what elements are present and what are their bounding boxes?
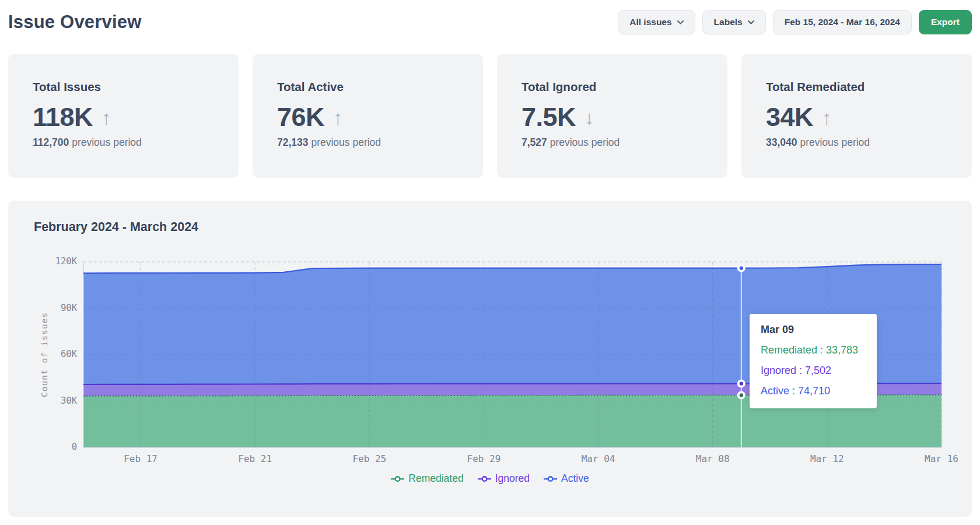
chevron-down-icon [748, 20, 754, 24]
stat-card-value: 34K [766, 102, 813, 132]
legend-item-remediated[interactable]: Remediated [391, 473, 463, 485]
x-tick-label: Feb 17 [114, 453, 167, 464]
legend-item-active[interactable]: Active [544, 473, 589, 485]
stat-card-value: 76K [277, 102, 324, 132]
legend-marker-icon [544, 475, 557, 482]
stat-card-total-remediated: Total Remediated 34K ↑ 33,040 previous p… [741, 54, 972, 178]
trend-up-icon: ↑ [333, 108, 343, 127]
stat-card-total-active: Total Active 76K ↑ 72,133 previous perio… [253, 54, 483, 178]
x-tick-label: Mar 12 [800, 453, 854, 464]
stat-card-title: Total Remediated [766, 80, 947, 94]
stat-card-previous: 112,700 previous period [33, 136, 214, 149]
trend-down-icon: ↓ [584, 108, 594, 127]
issue-overview-page: Issue Overview All issues Labels Feb 15,… [0, 0, 980, 525]
stat-card-title: Total Ignored [522, 80, 703, 94]
x-tick-label: Mar 16 [915, 453, 968, 464]
y-tick-label: 0 [35, 442, 77, 452]
all-issues-dropdown-label: All issues [629, 17, 671, 27]
tooltip-row: Active : 74,710 [761, 385, 866, 397]
stat-card-title: Total Active [277, 80, 459, 94]
legend-label: Active [561, 473, 589, 485]
stat-card-previous: 72,133 previous period [277, 136, 459, 149]
x-tick-label: Mar 04 [572, 453, 625, 464]
legend-marker-icon [478, 475, 491, 482]
stat-card-previous: 33,040 previous period [766, 136, 947, 149]
trend-up-icon: ↑ [102, 108, 111, 127]
chart-panel: February 2024 - March 2024 Count of issu… [8, 201, 972, 517]
y-tick-label: 60K [35, 349, 77, 359]
stat-cards-row: Total Issues 118K ↑ 112,700 previous per… [8, 54, 972, 178]
tooltip-row: Ignored : 7,502 [761, 365, 866, 377]
tooltip-row: Remediated : 33,783 [761, 344, 866, 356]
stat-card-total-issues: Total Issues 118K ↑ 112,700 previous per… [8, 54, 239, 178]
stat-card-title: Total Issues [33, 80, 214, 94]
y-tick-label: 120K [35, 256, 77, 267]
x-tick-label: Feb 29 [457, 453, 510, 464]
chart-title: February 2024 - March 2024 [34, 220, 198, 235]
topbar-controls: All issues Labels Feb 15, 2024 - Mar 16,… [618, 10, 972, 34]
chart-tooltip: Mar 09 Remediated : 33,783Ignored : 7,50… [750, 314, 877, 408]
stat-card-previous: 7,527 previous period [522, 136, 703, 149]
tooltip-date: Mar 09 [761, 324, 866, 336]
trend-up-icon: ↑ [822, 108, 832, 127]
y-tick-label: 30K [35, 396, 77, 406]
legend-label: Remediated [408, 473, 463, 485]
all-issues-dropdown[interactable]: All issues [618, 10, 695, 34]
stat-card-total-ignored: Total Ignored 7.5K ↓ 7,527 previous peri… [497, 54, 727, 178]
date-range-button[interactable]: Feb 15, 2024 - Mar 16, 2024 [773, 10, 912, 34]
labels-dropdown[interactable]: Labels [702, 10, 766, 34]
y-tick-label: 90K [35, 303, 77, 313]
legend-item-ignored[interactable]: Ignored [478, 473, 530, 485]
topbar: Issue Overview All issues Labels Feb 15,… [8, 0, 972, 44]
legend-marker-icon [391, 475, 404, 482]
chart-legend: RemediatedIgnoredActive [8, 473, 972, 485]
chevron-down-icon [677, 20, 684, 24]
page-title: Issue Overview [8, 12, 142, 33]
x-tick-label: Feb 21 [228, 453, 282, 464]
stat-card-value: 118K [33, 102, 93, 132]
labels-dropdown-label: Labels [714, 17, 743, 27]
stat-card-value: 7.5K [522, 102, 576, 132]
x-tick-label: Mar 08 [686, 453, 740, 464]
legend-label: Ignored [495, 473, 530, 485]
x-tick-label: Feb 25 [342, 453, 396, 464]
date-range-label: Feb 15, 2024 - Mar 16, 2024 [785, 17, 900, 27]
export-button[interactable]: Export [919, 10, 972, 34]
